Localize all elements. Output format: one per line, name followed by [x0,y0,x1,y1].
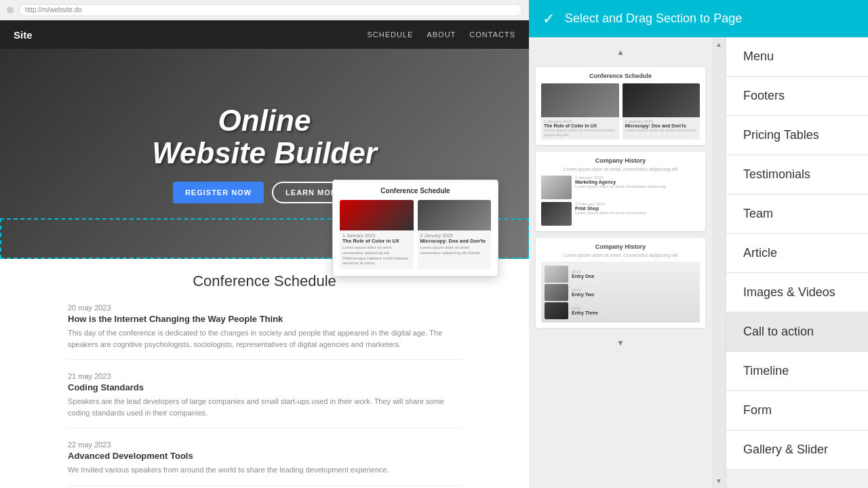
register-button[interactable]: REGISTER NOW [173,182,264,203]
check-icon: ✓ [542,10,555,28]
floating-card-grid: 1 January 2023 The Role of Color in UX L… [340,200,491,269]
hi-img-1 [541,176,572,199]
schedule-event-desc-3: We Invited various speakers from around … [68,464,461,476]
panel-row: ▲ Conference Schedule 1 January 2023 The… [529,37,868,488]
floating-preview-card[interactable]: Conference Schedule 1 January 2023 The R… [332,180,498,277]
sidebar-item-gallery-slider[interactable]: Gallery & Slider [726,430,868,470]
tgi-img-2 [623,83,701,117]
hi-title-1: Marketing Agency [575,180,700,184]
tgi-1: 1 January 2023 The Role of Color in UX L… [541,83,619,140]
fc-item-1: 1 January 2023 The Role of Color in UX L… [340,200,414,269]
sidebar-item-testimonials[interactable]: Testimonials [726,155,868,195]
fc-text-2: Lorem ipsum dolor sit amet consectetur a… [420,245,489,256]
nav-contacts[interactable]: CONTACTS [469,30,515,39]
th3-img-1 [545,266,568,283]
tgi-text-1: Lorem ipsum dolor sit amet consectetur a… [544,128,616,138]
thumb-card1-grid: 1 January 2023 The Role of Color in UX L… [541,83,700,140]
fc-heading-1: The Role of Color in UX [342,238,411,244]
tgi-img-1 [541,83,619,117]
schedule-item-3: 22 may 2023 Advanced Development Tools W… [68,441,461,486]
floating-card-title: Conference Schedule [340,187,491,195]
hi-text-2: Lorem ipsum dolor sit amet consectetur. [575,211,700,216]
thumbnail-conference-schedule[interactable]: Conference Schedule 1 January 2023 The R… [536,67,705,145]
fc-date-1: 1 January 2023 [342,233,411,238]
hi-title-2: Print Shop [575,206,700,211]
fc-date-2: 2 January 2023 [420,233,489,238]
website-preview: http://m/website.do Site SCHEDULE ABOUT … [0,0,529,488]
tgi-2: 2 January 2023 Microcopy: Dos and Don'ts… [623,83,701,140]
hi-text-1: Lorem ipsum dolor sit amet consectetur a… [575,184,700,189]
thumbnails-area[interactable]: ▲ Conference Schedule 1 January 2023 The… [529,37,712,488]
thumb-card1-title: Conference Schedule [541,73,700,79]
schedule-event-desc-2: Speakers are the lead developers of larg… [68,396,461,418]
fc-heading-2: Microcopy: Dos and Don'ts [420,238,489,244]
sidebar-item-footers[interactable]: Footers [726,77,868,116]
sidebar-item-timeline[interactable]: Timeline [726,352,868,391]
schedule-event-title-2: Coding Standards [68,382,461,392]
sidebar-item-form[interactable]: Form [726,391,868,430]
schedule-event-desc-1: This day of the conference is dedicated … [68,327,461,350]
hi-img-2 [541,202,572,226]
hero-title: Online Website Builder [152,104,377,170]
sidebar-item-article[interactable]: Article [726,234,868,273]
schedule-item-1: 20 may 2023 How is the Internet Changing… [68,304,461,360]
sidebar-item-team[interactable]: Team [726,195,868,234]
tgi-title-2: Microcopy: Dos and Don'ts [625,123,698,128]
thumbnail-company-history-2[interactable]: Company History Lorem ipsum dolor sit am… [536,238,705,328]
schedule-section: Conference Schedule 20 may 2023 How is t… [0,259,529,488]
site-logo: Site [14,29,33,41]
scroll-col-up[interactable]: ▲ [715,41,722,48]
schedule-date-3: 22 may 2023 [68,441,461,449]
thumbnail-company-history-1[interactable]: Company History Lorem ipsum dolor sit am… [536,152,705,231]
sidebar-item-images-videos[interactable]: Images & Videos [726,273,868,312]
browser-url: http://m/website.do [19,4,522,16]
sidebar-item-call-to-action[interactable]: Call to action [726,312,868,352]
fc-item-2: 2 January 2023 Microcopy: Dos and Don'ts… [418,200,492,269]
thumb-card3-content: 2023 Entry One 2024 Entry Two [541,262,700,323]
thumb-card3-title: Company History [541,243,700,250]
scroll-column: ▲ ▼ [712,37,726,488]
sidebar-item-menu[interactable]: Menu [726,37,868,77]
fc-img-1 [340,200,414,230]
schedule-event-title-1: How is the Internet Changing the Way Peo… [68,314,461,324]
site-nav: SCHEDULE ABOUT CONTACTS [368,30,516,39]
thumb-card3-desc: Lorem ipsum dolor sit amet, consectetur … [541,253,700,258]
scroll-up-button[interactable]: ▲ [536,44,705,60]
nav-about[interactable]: ABOUT [427,30,456,39]
schedule-date-2: 21 may 2023 [68,372,461,380]
th3-img-3 [545,302,568,319]
site-header: Site SCHEDULE ABOUT CONTACTS [0,20,529,49]
top-bar: ✓ Select and Drag Section to Page [529,0,868,37]
tgi-text-2: Lorem ipsum dolor sit amet consectetur. [625,128,698,133]
right-panel: ✓ Select and Drag Section to Page ▲ Conf… [529,0,868,488]
nav-schedule[interactable]: SCHEDULE [368,30,414,39]
fc-text-1: Lorem ipsum dolor sit amet, consectetur … [342,245,411,266]
browser-bar: http://m/website.do [0,0,529,20]
browser-dot [7,7,14,14]
thumb-card2-desc: Lorem ipsum dolor sit amet, consectetur … [541,167,700,171]
schedule-item-2: 21 may 2023 Coding Standards Speakers ar… [68,372,461,428]
th3-img-2 [545,284,568,301]
sidebar-item-pricing-tables[interactable]: Pricing Tables [726,116,868,155]
scroll-col-down[interactable]: ▼ [715,477,722,485]
fc-img-2 [418,200,492,230]
schedule-date-1: 20 may 2023 [68,304,461,312]
thumb-card2-title: Company History [541,157,700,164]
top-bar-title: Select and Drag Section to Page [565,12,742,26]
scroll-down-button[interactable]: ▼ [536,335,705,351]
tgi-title-1: The Role of Color in UX [544,123,616,128]
schedule-event-title-3: Advanced Development Tools [68,451,461,461]
sidebar-list: Menu Footers Pricing Tables Testimonials… [726,37,868,488]
